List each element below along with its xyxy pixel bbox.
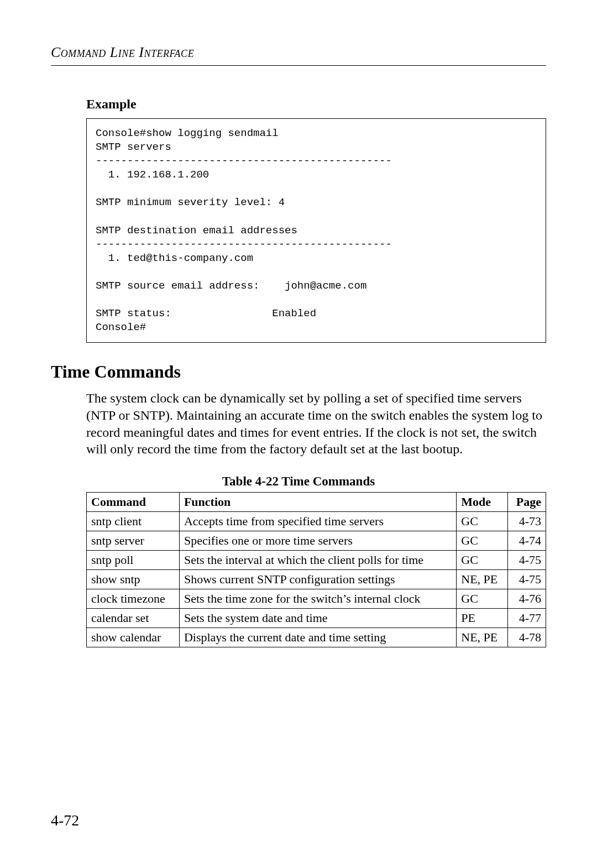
table-caption: Table 4-22 Time Commands [51,474,546,489]
cell-function: Shows current SNTP configuration setting… [179,570,456,589]
cell-mode: GC [457,589,507,609]
cell-command: sntp server [87,531,180,551]
table-row: sntp server Specifies one or more time s… [87,531,546,551]
cell-mode: PE [457,609,507,628]
running-head: Command Line Interface [51,44,546,61]
col-header-page: Page [507,493,546,512]
cell-mode: GC [457,531,507,551]
cell-function: Displays the current date and time setti… [179,628,456,647]
cell-command: clock timezone [87,589,180,609]
table-header-row: Command Function Mode Page [87,493,546,512]
cell-page: 4-74 [507,531,546,551]
cell-function: Accepts time from specified time servers [179,512,456,531]
table-row: sntp client Accepts time from specified … [87,512,546,531]
code-block: Console#show logging sendmail SMTP serve… [86,118,546,343]
cell-command: show sntp [87,570,180,589]
cell-page: 4-78 [507,628,546,647]
cell-page: 4-76 [507,589,546,609]
cell-function: Sets the time zone for the switch’s inte… [179,589,456,609]
cell-command: sntp client [87,512,180,531]
cell-mode: GC [457,551,507,570]
cell-page: 4-75 [507,551,546,570]
col-header-function: Function [179,493,456,512]
header-rule [51,65,546,66]
body-paragraph: The system clock can be dynamically set … [86,390,546,458]
cell-mode: GC [457,512,507,531]
cell-mode: NE, PE [457,628,507,647]
cell-mode: NE, PE [457,570,507,589]
table-row: clock timezone Sets the time zone for th… [87,589,546,609]
cell-page: 4-73 [507,512,546,531]
cell-command: calendar set [87,609,180,628]
table-row: sntp poll Sets the interval at which the… [87,551,546,570]
cell-page: 4-75 [507,570,546,589]
col-header-command: Command [87,493,180,512]
table-row: show sntp Shows current SNTP configurati… [87,570,546,589]
cell-page: 4-77 [507,609,546,628]
page-number: 4-72 [51,812,79,829]
cell-function: Sets the system date and time [179,609,456,628]
table-row: show calendar Displays the current date … [87,628,546,647]
commands-table: Command Function Mode Page sntp client A… [86,492,546,647]
cell-function: Sets the interval at which the client po… [179,551,456,570]
section-heading: Time Commands [51,362,546,382]
col-header-mode: Mode [457,493,507,512]
cell-function: Specifies one or more time servers [179,531,456,551]
cell-command: sntp poll [87,551,180,570]
example-heading: Example [86,97,546,112]
table-row: calendar set Sets the system date and ti… [87,609,546,628]
cell-command: show calendar [87,628,180,647]
